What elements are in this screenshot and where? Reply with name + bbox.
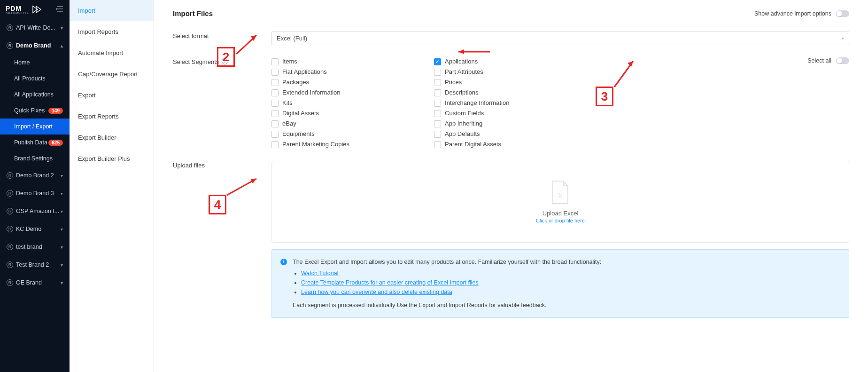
sidebar-item[interactable]: Home xyxy=(0,55,70,71)
segment-checkbox[interactable]: Part Attributes xyxy=(434,68,509,76)
info-icon xyxy=(280,259,287,265)
chevron-down-icon: ▾ xyxy=(61,245,63,250)
brand-item[interactable]: RGSP Amazon t...▾ xyxy=(0,202,70,220)
sidebar-item[interactable]: Import / Export xyxy=(0,119,70,135)
file-icon: X xyxy=(550,180,571,205)
chevron-down-icon: ▾ xyxy=(61,262,63,268)
segment-checkbox[interactable]: Custom Fields xyxy=(434,109,509,118)
segment-checkbox[interactable]: ✓Applications xyxy=(434,57,509,66)
collapse-sidebar-icon[interactable] xyxy=(55,6,64,14)
page-title: Import Files xyxy=(173,9,213,17)
segment-checkbox[interactable]: Flat Applications xyxy=(271,68,349,76)
nav-item[interactable]: Import Reports xyxy=(70,21,154,42)
brand-item[interactable]: RDemo Brand▴ xyxy=(0,37,70,55)
upload-label: Upload files xyxy=(173,161,271,318)
annotation-arrow xyxy=(455,47,492,56)
info-link[interactable]: Create Template Products for an easier c… xyxy=(301,279,479,286)
advanced-options-label: Show advance import options xyxy=(754,10,831,17)
brand-item[interactable]: RDemo Brand 3▾ xyxy=(0,184,70,202)
sidebar-item[interactable]: Quick Fixes149 xyxy=(0,103,70,119)
segment-checkbox[interactable]: eBay xyxy=(271,119,349,128)
primary-sidebar: PDM AUTOMOTIVE RAPI-Write-De...▾RDemo Br… xyxy=(0,0,70,372)
upload-dropzone[interactable]: X Upload Excel Click or drop file here xyxy=(271,161,849,243)
segment-checkbox[interactable]: Parent Marketing Copies xyxy=(271,140,349,149)
select-all-label: Select all xyxy=(807,57,831,64)
secondary-sidebar: ImportImport ReportsAutomate ImportGap/C… xyxy=(70,0,154,372)
brand-item[interactable]: RDemo Brand 2▾ xyxy=(0,166,70,184)
chevron-down-icon: ▾ xyxy=(61,280,63,285)
app-logo: PDM AUTOMOTIVE xyxy=(6,5,42,14)
sidebar-item[interactable]: All Products xyxy=(0,71,70,87)
nav-item[interactable]: Gap/Coverage Report xyxy=(70,63,154,85)
brand-item[interactable]: RTest Brand 2▾ xyxy=(0,256,70,274)
svg-marker-8 xyxy=(458,49,464,54)
segment-checkbox[interactable]: App Defaults xyxy=(434,130,509,138)
chevron-up-icon: ▴ xyxy=(61,43,63,48)
nav-item[interactable]: Export xyxy=(70,85,154,106)
segment-checkbox[interactable]: Descriptions xyxy=(434,88,509,97)
brand-item[interactable]: RAPI-Write-De...▾ xyxy=(0,19,70,37)
segment-checkbox[interactable]: Digital Assets xyxy=(271,109,349,118)
sidebar-item[interactable]: All Applications xyxy=(0,87,70,103)
chevron-down-icon: ▾ xyxy=(61,173,63,178)
segment-checkbox[interactable]: Parent Digital Assets xyxy=(434,140,509,149)
format-select[interactable]: Excel (Full) ▾ xyxy=(271,32,849,45)
sidebar-item[interactable]: Publish Data625 xyxy=(0,135,70,150)
chevron-down-icon: ▾ xyxy=(61,209,63,214)
info-icon[interactable]: i xyxy=(222,58,228,64)
nav-item[interactable]: Export Builder xyxy=(70,127,154,148)
segment-checkbox[interactable]: Prices xyxy=(434,78,509,87)
chevron-down-icon: ▾ xyxy=(61,25,63,31)
brand-item[interactable]: Rtest brand▾ xyxy=(0,238,70,256)
segment-checkbox[interactable]: Items xyxy=(271,57,349,66)
nav-item[interactable]: Automate Import xyxy=(70,42,154,63)
svg-text:X: X xyxy=(558,192,563,199)
nav-item[interactable]: Export Builder Plus xyxy=(70,148,154,169)
segments-label: Select Segments xyxy=(173,58,219,65)
advanced-options-toggle[interactable] xyxy=(836,10,849,17)
segment-checkbox[interactable]: Extended Information xyxy=(271,88,349,97)
info-panel: The Excel Export and Import allows you t… xyxy=(271,249,849,318)
segment-checkbox[interactable]: Equipments xyxy=(271,130,349,138)
segment-checkbox[interactable]: Packages xyxy=(271,78,349,87)
info-link[interactable]: Learn how you can overwrite and also del… xyxy=(301,289,452,295)
select-all-toggle[interactable] xyxy=(836,57,849,64)
brand-item[interactable]: ROE Brand▾ xyxy=(0,274,70,292)
segment-checkbox[interactable]: App Inheriting xyxy=(434,119,509,128)
chevron-down-icon: ▾ xyxy=(61,191,63,196)
brand-item[interactable]: RKC Demo▾ xyxy=(0,220,70,238)
main-content: Import Files Show advance import options… xyxy=(154,0,868,372)
info-link[interactable]: Watch Tutorial xyxy=(301,270,338,277)
segment-checkbox[interactable]: Interchange Information xyxy=(434,99,509,107)
format-label: Select format xyxy=(173,32,271,45)
nav-item[interactable]: Import xyxy=(70,0,154,21)
nav-item[interactable]: Export Reports xyxy=(70,106,154,127)
logo-icon xyxy=(32,5,42,14)
chevron-down-icon: ▾ xyxy=(842,36,844,41)
segment-checkbox[interactable]: Kits xyxy=(271,99,349,107)
sidebar-item[interactable]: Brand Settings xyxy=(0,150,70,166)
chevron-down-icon: ▾ xyxy=(61,227,63,232)
